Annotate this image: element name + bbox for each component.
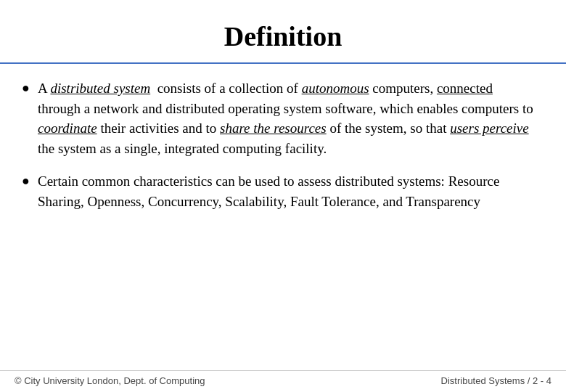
bullet-text-2: Certain common characteristics can be us… bbox=[38, 171, 537, 211]
term-distributed-system: distributed system bbox=[50, 81, 150, 96]
footer-copyright: © City University London, Dept. of Compu… bbox=[15, 375, 205, 386]
bullet-item-2: ● Certain common characteristics can be … bbox=[22, 171, 537, 211]
slide-title: Definition bbox=[15, 20, 551, 52]
title-area: Definition bbox=[0, 0, 566, 60]
term-autonomous: autonomous bbox=[302, 81, 369, 96]
term-connected: connected bbox=[437, 81, 493, 96]
content-area: ● A distributed system consists of a col… bbox=[0, 64, 566, 370]
bullet-text-1: A distributed system consists of a colle… bbox=[38, 78, 537, 158]
bullet-item-1: ● A distributed system consists of a col… bbox=[22, 78, 537, 158]
term-coordinate: coordinate bbox=[38, 121, 97, 136]
bullet-dot-2: ● bbox=[22, 173, 38, 189]
slide-footer: © City University London, Dept. of Compu… bbox=[0, 370, 566, 392]
term-share-resources: share the resources bbox=[220, 121, 327, 136]
footer-slide-number: Distributed Systems / 2 - 4 bbox=[441, 375, 551, 386]
slide: Definition ● A distributed system consis… bbox=[0, 0, 566, 392]
term-users-perceive: users perceive bbox=[450, 121, 529, 136]
bullet-dot-1: ● bbox=[22, 81, 38, 96]
